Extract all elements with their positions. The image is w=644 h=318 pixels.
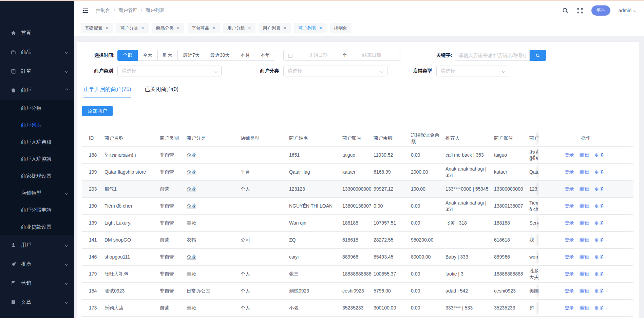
more-label: 更多 bbox=[594, 169, 604, 175]
close-icon[interactable]: ✕ bbox=[176, 26, 180, 30]
search-icon[interactable] bbox=[562, 7, 569, 14]
sidebar-item-4[interactable]: 用戶 bbox=[0, 235, 74, 254]
more-link[interactable]: 更多 bbox=[594, 220, 607, 226]
breadcrumb-item[interactable]: 商户管理 bbox=[118, 7, 137, 14]
cell-cls[interactable]: 企业 bbox=[187, 254, 241, 260]
sidebar-subitem-3[interactable]: 商戶入駐協議 bbox=[0, 151, 74, 167]
login-link[interactable]: 登录 bbox=[565, 186, 574, 192]
more-link[interactable]: 更多 bbox=[594, 203, 607, 209]
edit-link[interactable]: 编辑 bbox=[580, 186, 589, 192]
sidebar-subitem-2[interactable]: 商戶入駐審核 bbox=[0, 134, 74, 151]
login-link[interactable]: 登录 bbox=[565, 237, 574, 243]
merchant-class-select[interactable]: 请选择 bbox=[283, 66, 387, 76]
open-tab-3[interactable]: 平台商品 ✕ bbox=[188, 23, 220, 33]
sidebar-item-1[interactable]: 商品 bbox=[0, 42, 74, 61]
time-button-5[interactable]: 本月 bbox=[235, 50, 255, 61]
more-link[interactable]: 更多 bbox=[594, 271, 607, 277]
sidebar-item-3[interactable]: 商戶 bbox=[0, 81, 74, 100]
edit-link[interactable]: 编辑 bbox=[580, 220, 589, 226]
sidebar-item-0[interactable]: 首頁 bbox=[0, 23, 74, 42]
more-label: 更多 bbox=[594, 237, 604, 243]
time-button-4[interactable]: 最近30天 bbox=[205, 50, 235, 61]
login-link[interactable]: 登录 bbox=[565, 152, 574, 158]
close-icon[interactable]: ✕ bbox=[283, 26, 287, 30]
edit-link[interactable]: 编辑 bbox=[580, 169, 589, 175]
close-icon[interactable]: ✕ bbox=[212, 26, 216, 30]
more-link[interactable]: 更多 bbox=[594, 254, 607, 260]
edit-link[interactable]: 编辑 bbox=[580, 305, 589, 311]
more-link[interactable]: 更多 bbox=[594, 288, 607, 294]
more-link[interactable]: 更多 bbox=[594, 186, 607, 192]
more-link[interactable]: 更多 bbox=[594, 305, 607, 311]
sidebar-item-2[interactable]: 訂單 bbox=[0, 61, 74, 81]
open-tab-0[interactable]: 基礎配置 ✕ bbox=[81, 23, 113, 33]
merchant-category-select[interactable]: 请选择 bbox=[117, 66, 222, 76]
sidebar-subitem-0[interactable]: 商戶分類 bbox=[0, 100, 74, 117]
time-button-3[interactable]: 最近7天 bbox=[177, 50, 205, 61]
time-button-0[interactable]: 全部 bbox=[117, 50, 138, 61]
login-link[interactable]: 登录 bbox=[565, 203, 574, 209]
cell-cls[interactable]: 企业 bbox=[187, 169, 241, 175]
date-separator: 至 bbox=[342, 52, 347, 58]
sidebar-collapse-icon[interactable] bbox=[82, 7, 89, 14]
login-link[interactable]: 登录 bbox=[565, 220, 574, 226]
close-icon[interactable]: ✕ bbox=[248, 26, 251, 30]
sidebar-subitem-7[interactable]: 商业贷款设置 bbox=[0, 218, 74, 235]
cell-referrer: 133****0000 | 55945 bbox=[446, 186, 494, 192]
close-icon[interactable]: ✕ bbox=[319, 26, 322, 30]
edit-link[interactable]: 编辑 bbox=[580, 288, 589, 294]
open-tab-6[interactable]: 商户列表 ✕ bbox=[294, 23, 326, 33]
sidebar-subitem-5[interactable]: 店鋪類型 bbox=[0, 184, 74, 201]
open-tab-2[interactable]: 商品分类 ✕ bbox=[152, 23, 184, 33]
add-merchant-button[interactable]: 添加商户 bbox=[82, 106, 113, 116]
more-link[interactable]: 更多 bbox=[594, 169, 607, 175]
platform-badge[interactable]: 平台 bbox=[591, 5, 610, 16]
cell-cls[interactable]: 企业 bbox=[187, 152, 241, 158]
column-header: 商户余额 bbox=[374, 135, 411, 141]
more-link[interactable]: 更多 bbox=[594, 237, 607, 243]
sidebar-item-7[interactable]: 文章 bbox=[0, 293, 74, 312]
close-icon[interactable]: ✕ bbox=[141, 26, 145, 30]
login-link[interactable]: 登录 bbox=[565, 305, 574, 311]
time-button-6[interactable]: 本年 bbox=[255, 50, 275, 61]
keyword-input[interactable] bbox=[455, 50, 530, 61]
edit-link[interactable]: 编辑 bbox=[580, 237, 589, 243]
login-link[interactable]: 登录 bbox=[565, 169, 574, 175]
store-type-select[interactable]: 请选择 bbox=[436, 66, 509, 76]
sidebar-subitem-4[interactable]: 商家提现设置 bbox=[0, 167, 74, 184]
breadcrumb-item[interactable]: 控制台 bbox=[96, 7, 110, 14]
breadcrumb-separator: / bbox=[141, 8, 142, 13]
sidebar-subitem-1[interactable]: 商戶列表 bbox=[0, 117, 74, 134]
login-link[interactable]: 登录 bbox=[565, 271, 574, 277]
login-link[interactable]: 登录 bbox=[565, 254, 574, 260]
time-button-1[interactable]: 今天 bbox=[137, 50, 158, 61]
user-menu[interactable]: admin bbox=[619, 8, 636, 13]
tab-closed-merchants[interactable]: 已关闭商户(0) bbox=[145, 86, 178, 98]
open-tab-4[interactable]: 用户分组 ✕ bbox=[223, 23, 255, 33]
login-link[interactable]: 登录 bbox=[565, 288, 574, 294]
fullscreen-icon[interactable] bbox=[577, 7, 583, 14]
date-range-picker[interactable]: 开始日期 至 结束日期 bbox=[283, 50, 400, 61]
sidebar-item-6[interactable]: 营销 bbox=[0, 273, 74, 293]
cell-cls[interactable]: 企业 bbox=[187, 186, 241, 192]
edit-link[interactable]: 编辑 bbox=[580, 203, 589, 209]
tab-open-merchants[interactable]: 正常开启的商户(75) bbox=[83, 86, 131, 98]
cell-id: 188 bbox=[82, 152, 105, 158]
open-tab-1[interactable]: 商户分类 ✕ bbox=[116, 23, 149, 33]
sidebar-item-5[interactable]: 推廣 bbox=[0, 254, 74, 273]
time-button-2[interactable]: 昨天 bbox=[157, 50, 178, 61]
cell-cls[interactable]: 企业 bbox=[187, 203, 241, 209]
chevron-down-icon bbox=[633, 9, 636, 12]
edit-link[interactable]: 编辑 bbox=[580, 254, 589, 260]
edit-link[interactable]: 编辑 bbox=[580, 271, 589, 277]
close-icon[interactable]: ✕ bbox=[105, 26, 109, 30]
more-link[interactable]: 更多 bbox=[594, 152, 607, 158]
table-row: 184测试0923非自营日常办公室个人测试0923ceshi09235796.0… bbox=[82, 283, 633, 300]
sidebar-subitem-6[interactable]: 商戶分賬申請 bbox=[0, 201, 74, 218]
open-tab-label: 平台商品 bbox=[192, 25, 209, 31]
keyword-search-button[interactable] bbox=[530, 50, 546, 61]
open-tab-5[interactable]: 用户列表 ✕ bbox=[259, 23, 291, 33]
cell-category: 非自营 bbox=[160, 203, 187, 209]
open-tab-7[interactable]: 控制台 bbox=[330, 23, 351, 33]
edit-link[interactable]: 编辑 bbox=[580, 152, 589, 158]
